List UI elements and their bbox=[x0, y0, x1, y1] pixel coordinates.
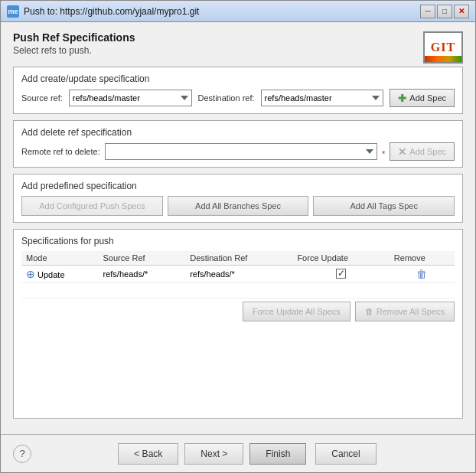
cell-mode-icon: ⊕ Update bbox=[21, 266, 99, 283]
window-title: Push to: https://github.com/yjaal/mypro1… bbox=[24, 6, 420, 17]
close-button[interactable]: ✕ bbox=[454, 5, 469, 18]
force-update-label: Force Update All Specs bbox=[253, 307, 341, 316]
remote-ref-select[interactable] bbox=[105, 143, 377, 160]
title-bar: me Push to: https://github.com/yjaal/myp… bbox=[1, 1, 475, 22]
add-spec-create-button[interactable]: ✚ Add Spec bbox=[390, 89, 455, 107]
cell-mode-text: Update bbox=[37, 270, 64, 279]
required-asterisk: * bbox=[382, 149, 385, 158]
cell-force-update[interactable] bbox=[292, 266, 389, 283]
delete-spec-form: Remote ref to delete: * ✕ Add Spec bbox=[21, 142, 455, 161]
add-tags-label: Add All Tags Spec bbox=[350, 201, 417, 210]
cell-destination-ref: refs/heads/* bbox=[185, 266, 292, 283]
next-label: Next > bbox=[201, 449, 227, 459]
col-destination-ref: Destination Ref bbox=[185, 251, 292, 266]
help-button[interactable]: ? bbox=[13, 445, 31, 463]
predefined-section: Add predefined specification Add Configu… bbox=[13, 174, 463, 223]
col-source-ref: Source Ref bbox=[99, 251, 186, 266]
add-spec-delete-button[interactable]: ✕ Add Spec bbox=[390, 142, 455, 161]
git-logo-stripe bbox=[425, 56, 461, 62]
add-spec-delete-label: Add Spec bbox=[409, 147, 446, 156]
dialog-header: Push Ref Specifications Select refs to p… bbox=[13, 31, 463, 64]
add-all-tags-spec-button[interactable]: Add All Tags Spec bbox=[313, 196, 455, 216]
main-window: me Push to: https://github.com/yjaal/myp… bbox=[0, 0, 476, 473]
empty-row-1 bbox=[21, 283, 455, 298]
create-update-form: Source ref: refs/heads/master Destinatio… bbox=[21, 89, 455, 107]
add-spec-create-label: Add Spec bbox=[409, 93, 446, 103]
col-mode: Mode bbox=[21, 251, 99, 266]
col-remove: Remove bbox=[390, 251, 455, 266]
remove-label: Remove All Specs bbox=[377, 307, 445, 316]
delete-row-icon[interactable]: 🗑 bbox=[416, 268, 427, 280]
create-update-label: Add create/update specification bbox=[21, 73, 455, 84]
force-update-all-specs-button[interactable]: Force Update All Specs bbox=[243, 302, 350, 321]
finish-label: Finish bbox=[266, 449, 290, 459]
remove-icon: 🗑 bbox=[365, 307, 373, 316]
delete-spec-section: Add delete ref specification Remote ref … bbox=[13, 120, 463, 168]
footer-nav-buttons: < Back Next > Finish Cancel bbox=[31, 443, 463, 465]
source-ref-label: Source ref: bbox=[21, 93, 63, 103]
source-ref-select[interactable]: refs/heads/master bbox=[69, 90, 192, 106]
x-icon: ✕ bbox=[398, 146, 406, 158]
remove-all-specs-button[interactable]: 🗑 Remove All Specs bbox=[355, 302, 455, 321]
force-update-checkbox[interactable] bbox=[336, 269, 346, 279]
cancel-label: Cancel bbox=[331, 449, 360, 459]
back-button[interactable]: < Back bbox=[118, 443, 178, 465]
predefined-buttons-row: Add Configured Push Specs Add All Branch… bbox=[21, 196, 455, 216]
destination-ref-label: Destination ref: bbox=[198, 93, 255, 103]
next-button[interactable]: Next > bbox=[184, 443, 243, 465]
plus-icon: ✚ bbox=[398, 93, 406, 104]
app-icon: me bbox=[7, 5, 19, 18]
header-text: Push Ref Specifications Select refs to p… bbox=[13, 31, 135, 56]
specs-table-body: ⊕ Update refs/heads/* refs/heads/* 🗑 bbox=[21, 266, 455, 298]
specs-table-header: Mode Source Ref Destination Ref Force Up… bbox=[21, 251, 455, 266]
specs-table: Mode Source Ref Destination Ref Force Up… bbox=[21, 251, 455, 298]
spec-action-buttons: Force Update All Specs 🗑 Remove All Spec… bbox=[21, 302, 455, 321]
destination-ref-select[interactable]: refs/heads/master bbox=[261, 90, 384, 106]
cell-source-ref: refs/heads/* bbox=[99, 266, 186, 283]
col-force-update: Force Update bbox=[292, 251, 389, 266]
update-mode-icon: ⊕ bbox=[26, 268, 35, 280]
maximize-button[interactable]: □ bbox=[437, 5, 452, 18]
page-title: Push Ref Specifications bbox=[13, 31, 135, 44]
specs-section-label: Specifications for push bbox=[21, 236, 455, 246]
remote-ref-label: Remote ref to delete: bbox=[21, 147, 100, 156]
dialog-footer: ? < Back Next > Finish Cancel bbox=[1, 434, 475, 472]
delete-spec-label: Add delete ref specification bbox=[21, 127, 455, 138]
table-row: ⊕ Update refs/heads/* refs/heads/* 🗑 bbox=[21, 266, 455, 283]
cell-remove[interactable]: 🗑 bbox=[390, 266, 455, 283]
help-icon: ? bbox=[19, 448, 24, 459]
page-subtitle: Select refs to push. bbox=[13, 45, 135, 56]
add-all-branches-spec-button[interactable]: Add All Branches Spec bbox=[168, 196, 309, 216]
add-configured-push-specs-button[interactable]: Add Configured Push Specs bbox=[21, 196, 163, 216]
predefined-label: Add predefined specification bbox=[21, 181, 455, 191]
specs-header-row: Mode Source Ref Destination Ref Force Up… bbox=[21, 251, 455, 266]
window-controls: ─ □ ✕ bbox=[420, 5, 469, 18]
create-update-section: Add create/update specification Source r… bbox=[13, 67, 463, 114]
add-configured-label: Add Configured Push Specs bbox=[39, 201, 145, 210]
finish-button[interactable]: Finish bbox=[249, 443, 306, 465]
dialog-content: Push Ref Specifications Select refs to p… bbox=[1, 22, 475, 434]
git-logo: GIT bbox=[423, 31, 463, 64]
back-label: < Back bbox=[134, 449, 162, 459]
specs-section: Specifications for push Mode Source Ref … bbox=[13, 229, 463, 419]
minimize-button[interactable]: ─ bbox=[420, 5, 435, 18]
cancel-button[interactable]: Cancel bbox=[315, 443, 376, 465]
add-branches-label: Add All Branches Spec bbox=[195, 201, 281, 210]
